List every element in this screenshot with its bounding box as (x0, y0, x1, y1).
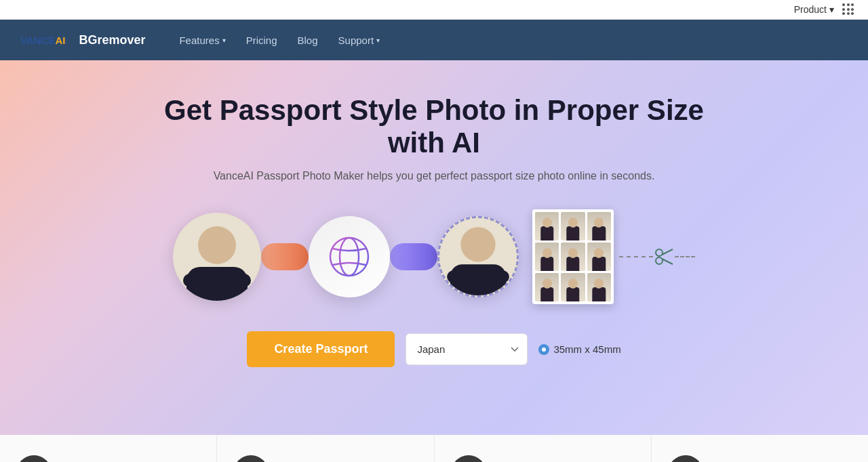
svg-point-9 (656, 249, 663, 256)
features-chevron: ▾ (222, 37, 226, 44)
radio-dot (538, 344, 549, 355)
top-bar-right: Product ▾ (794, 3, 854, 16)
passport-thumb-8 (561, 273, 585, 301)
passport-thumb-2 (561, 212, 585, 240)
cut-dashed-line (619, 256, 653, 257)
feature-card-ultra-res: Ultra High Resolution (652, 435, 868, 462)
passport-thumb-9 (587, 273, 611, 301)
person-svg (176, 219, 258, 301)
passport-person-svg (441, 221, 515, 295)
globe-icon (329, 236, 370, 277)
feature-card-save-money: Save money (0, 435, 217, 462)
svg-rect-2 (183, 274, 251, 287)
svg-line-11 (662, 249, 673, 255)
size-label: 35mm x 45mm (553, 343, 620, 355)
brand-logo[interactable]: VANCEAI (20, 33, 65, 47)
passport-thumb-3 (587, 212, 611, 240)
logo-ai: AI (55, 35, 65, 46)
svg-point-10 (656, 257, 663, 264)
hero-illustration (173, 209, 695, 304)
passport-thumb-6 (587, 243, 611, 271)
passport-thumb-4 (535, 243, 559, 271)
cut-dashed-line-2 (675, 256, 695, 257)
passport-thumb-5 (561, 243, 585, 271)
scissors-icon (653, 246, 675, 268)
hero-title: Get Passport Style Photo in Proper Size … (163, 94, 705, 159)
left-connector (261, 243, 309, 270)
ultra-res-icon-wrap (668, 455, 703, 462)
passport-photo-grid (532, 209, 614, 304)
nav-link-blog[interactable]: Blog (298, 35, 318, 46)
nav-bar: VANCEAI BGremover Features ▾ Pricing Blo… (0, 20, 868, 60)
bg-switch-icon-wrap (451, 455, 486, 462)
hero-section: Get Passport Style Photo in Proper Size … (0, 60, 868, 435)
top-bar: Product ▾ (0, 0, 868, 20)
cta-area: Create Passport Japan USA UK Canada Aust… (247, 331, 620, 367)
person-photo-circle (173, 213, 261, 301)
feature-card-save-time: Save time (217, 435, 434, 462)
save-money-icon-wrap (16, 455, 52, 462)
globe-circle (309, 216, 390, 297)
save-time-icon-wrap (233, 455, 269, 462)
create-passport-button[interactable]: Create Passport (247, 331, 395, 367)
svg-line-12 (662, 259, 673, 264)
right-connector (390, 243, 437, 270)
passport-photo-circle (437, 216, 519, 297)
scissors-area (619, 246, 695, 268)
svg-point-0 (198, 226, 236, 264)
nav-link-support[interactable]: Support ▾ (338, 35, 380, 46)
nav-link-pricing[interactable]: Pricing (246, 35, 277, 46)
support-chevron: ▾ (376, 37, 380, 44)
features-section: Save money Save time Background switch (0, 435, 868, 462)
product-button[interactable]: Product ▾ (794, 4, 834, 15)
nav-link-features[interactable]: Features ▾ (179, 35, 225, 46)
bg-remover-brand[interactable]: BGremover (79, 33, 145, 47)
nav-links: Features ▾ Pricing Blog Support ▾ (179, 35, 380, 46)
apps-grid-icon[interactable] (842, 3, 854, 16)
hero-subtitle: VanceAI Passport Photo Maker helps you g… (214, 170, 655, 182)
svg-point-6 (460, 227, 495, 261)
size-info: 35mm x 45mm (538, 343, 620, 355)
logo-vance: VANCE (20, 35, 55, 46)
feature-card-bg-switch: Background switch (435, 435, 652, 462)
product-chevron: ▾ (829, 4, 834, 15)
passport-thumb-7 (535, 273, 559, 301)
country-select[interactable]: Japan USA UK Canada Australia China Indi… (406, 333, 528, 365)
passport-thumb-1 (535, 212, 559, 240)
product-label: Product (794, 4, 827, 15)
svg-rect-8 (447, 270, 509, 282)
